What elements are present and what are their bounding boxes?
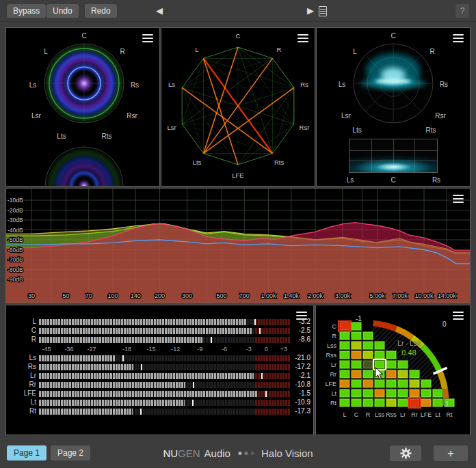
correlation-cell[interactable] xyxy=(397,360,408,369)
surround-energy-panel: C L R Ls Rs Lsr Rsr Lts Rts Ls C Rs xyxy=(316,27,471,187)
channel-label-c-bottom: C xyxy=(391,176,395,184)
correlation-cell[interactable] xyxy=(362,360,373,369)
correlation-cell[interactable] xyxy=(421,398,432,407)
panel-menu-icon[interactable] xyxy=(296,312,307,320)
meter-scale-label: -12 xyxy=(171,346,180,353)
correlation-cell[interactable] xyxy=(386,389,397,398)
correlation-cell[interactable] xyxy=(386,360,397,369)
meter-channel-label: C xyxy=(6,327,36,334)
heatmap-column-label: C xyxy=(354,411,359,418)
correlation-cell[interactable] xyxy=(362,370,373,378)
surround-scope-visualization xyxy=(6,28,159,186)
bypass-button[interactable]: Bypass xyxy=(7,4,46,18)
correlation-heatmap: CRLssRssLrRrLFELtRtLCRLssRssLrRrLFELtRt xyxy=(316,305,470,435)
meter-row: Lt-10.9 xyxy=(6,400,313,407)
correlation-cell[interactable] xyxy=(351,379,362,388)
correlation-cell[interactable] xyxy=(351,370,362,378)
correlation-cell[interactable] xyxy=(339,370,350,378)
add-panel-button[interactable]: + xyxy=(434,445,468,461)
mesh-node-label: L xyxy=(195,46,198,53)
spectrum-analyzer-panel: -10dB-20dB-30dB-40dB-50dB-60dB-70dB-80dB… xyxy=(5,188,471,303)
correlation-cell[interactable] xyxy=(339,360,350,369)
meter-value: -10.8 xyxy=(295,381,310,388)
correlation-cell[interactable] xyxy=(374,389,385,398)
heatmap-row-label: LFE xyxy=(317,381,336,387)
heatmap-row-label: R xyxy=(317,333,336,340)
heatmap-column-label: LFE xyxy=(421,411,432,418)
correlation-cell[interactable] xyxy=(409,379,420,388)
spectrum-x-label: 3.00k xyxy=(335,292,351,299)
settings-button[interactable] xyxy=(390,445,421,461)
correlation-cell[interactable] xyxy=(339,398,350,407)
correlation-cell[interactable] xyxy=(397,398,408,407)
undo-button[interactable]: Undo xyxy=(47,4,79,18)
meter-row: R-8.6 xyxy=(6,337,313,344)
page1-tab[interactable]: Page 1 xyxy=(7,445,47,460)
panel-menu-icon[interactable] xyxy=(142,34,153,42)
correlation-cell[interactable] xyxy=(339,379,350,388)
channel-label-rsr: Rsr xyxy=(127,112,137,120)
correlation-cell[interactable] xyxy=(339,331,350,340)
panel-menu-icon[interactable] xyxy=(453,195,464,203)
mesh-node-label: Rts xyxy=(274,159,285,166)
panel-menu-icon[interactable] xyxy=(298,34,308,42)
spectrum-x-label: 10.00k xyxy=(414,292,434,299)
help-button[interactable]: ? xyxy=(455,4,469,18)
toolbar: Bypass Undo Redo ◀ ▶ ? xyxy=(0,0,476,22)
spectrum-y-label: -90dB xyxy=(8,276,23,283)
correlation-cell[interactable] xyxy=(351,341,362,350)
correlation-cell[interactable] xyxy=(362,379,373,388)
play-arrow-icon[interactable]: ▶ xyxy=(307,5,314,16)
brand-gen: GEN xyxy=(178,448,200,459)
correlation-cell[interactable] xyxy=(362,331,373,340)
correlation-cell[interactable] xyxy=(351,322,362,331)
correlation-cell[interactable] xyxy=(421,379,432,388)
correlation-cell[interactable] xyxy=(339,341,350,350)
correlation-cell[interactable] xyxy=(409,398,420,407)
preset-list-icon[interactable] xyxy=(319,6,327,16)
correlation-cell[interactable] xyxy=(397,389,408,398)
correlation-cell[interactable] xyxy=(339,389,350,398)
back-arrow-icon[interactable]: ◀ xyxy=(156,5,163,16)
correlation-cell[interactable] xyxy=(351,360,362,369)
correlation-cell[interactable] xyxy=(386,379,397,388)
spectrum-y-label: -80dB xyxy=(8,266,23,273)
correlation-cell[interactable] xyxy=(409,389,420,398)
heatmap-row-label: Rss xyxy=(317,352,336,359)
correlation-cell[interactable] xyxy=(374,398,385,407)
meter-scale-label: -15 xyxy=(147,346,156,353)
correlation-cell[interactable] xyxy=(409,370,420,378)
correlation-web-panel: CRRsRsrRtsLFELtsLsrLsL xyxy=(161,27,315,187)
correlation-cell[interactable] xyxy=(351,389,362,398)
spectrum-x-label: 7.00k xyxy=(393,292,408,299)
meter-value: -2.1 xyxy=(299,372,310,379)
channel-label-ls: Ls xyxy=(339,81,346,88)
correlation-cell[interactable] xyxy=(351,350,362,359)
redo-button[interactable]: Redo xyxy=(85,4,117,18)
correlation-cell[interactable] xyxy=(362,350,373,359)
correlation-cell[interactable] xyxy=(397,379,408,388)
correlation-cell[interactable] xyxy=(339,350,350,359)
correlation-cell[interactable] xyxy=(351,398,362,407)
correlation-cell[interactable] xyxy=(432,389,443,398)
correlation-cell[interactable] xyxy=(362,341,373,350)
correlation-cell[interactable] xyxy=(339,322,350,331)
correlation-cell[interactable] xyxy=(386,398,397,407)
meter-row: L-3.2 xyxy=(6,319,313,326)
correlation-cell[interactable] xyxy=(351,331,362,340)
spectrum-x-label: 200 xyxy=(155,292,165,299)
correlation-cell[interactable] xyxy=(362,398,373,407)
panel-menu-icon[interactable] xyxy=(453,312,464,320)
meter-value: -10.9 xyxy=(295,398,310,406)
spectrum-x-label: 14.00k xyxy=(438,292,457,299)
mesh-node-label: Lts xyxy=(193,159,202,166)
page2-tab[interactable]: Page 2 xyxy=(51,445,90,460)
correlation-cell[interactable] xyxy=(362,389,373,398)
panel-menu-icon[interactable] xyxy=(453,34,464,42)
correlation-cell[interactable] xyxy=(421,389,432,398)
correlation-cell[interactable] xyxy=(397,370,408,378)
correlation-cell[interactable] xyxy=(386,370,397,378)
heatmap-column-label: Rr xyxy=(411,411,418,418)
correlation-cell[interactable] xyxy=(432,398,443,407)
selected-pair-label: Lr - Lss xyxy=(384,340,434,347)
